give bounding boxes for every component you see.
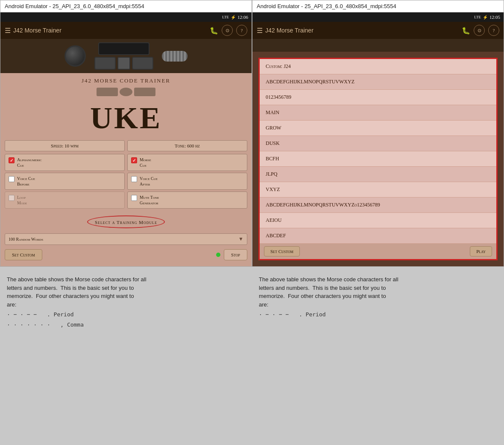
left-emulator: Android Emulator - 25_API_23_6.0_480x854…: [0, 0, 252, 267]
voice-cue-before-item[interactable]: Voice CueBefore: [5, 173, 125, 190]
morse-knob-left: [64, 45, 86, 67]
right-morse-sample: · − · − − . Period: [259, 310, 497, 319]
voice-cue-after-label: Voice CueAfter: [140, 176, 158, 187]
left-circle-icon[interactable]: ⊙: [222, 25, 233, 36]
select-module-container[interactable]: Select a Training Module: [87, 213, 165, 231]
speed-button[interactable]: Speed: 10 wpm: [5, 140, 125, 151]
checkbox-row-1: ✓ Alphanumeric Cue ✓ MorseCue: [5, 154, 247, 171]
voice-cue-before-checkbox[interactable]: [9, 176, 15, 182]
right-battery-icon: ⚡: [483, 15, 488, 20]
loop-mode-label: LoopMode: [17, 195, 27, 206]
right-help-icon[interactable]: ?: [488, 25, 499, 36]
right-bottom-text: The above table shows the Morse code cha…: [252, 271, 504, 333]
morse-bar-small-1: [94, 57, 116, 70]
right-emulator-title: Android Emulator - 25_API_23_6.0_480x854…: [252, 0, 504, 12]
right-bug-icon[interactable]: 🐛: [462, 27, 470, 35]
left-app-bar-icons: 🐛 ⊙ ?: [210, 25, 247, 36]
list-item-jlpq[interactable]: JLPQ: [260, 167, 496, 182]
voice-cue-after-checkbox[interactable]: [131, 176, 137, 182]
list-scroll-area[interactable]: Custom: J24 ABCDEFGHIJKLMNOPQRSTUVWXYZ 0…: [260, 59, 496, 244]
stop-area: Stop: [216, 249, 247, 260]
right-sim-icon: LTE: [474, 15, 481, 19]
morse-cue-label: MorseCue: [140, 157, 151, 168]
voice-cue-after-item[interactable]: Voice CueAfter: [127, 173, 247, 190]
dropdown-arrow-icon: ▼: [238, 236, 243, 242]
left-morse-sample: · − · − − . Period: [7, 310, 245, 319]
morse-oval: [117, 57, 130, 70]
list-item-dusk[interactable]: DUSK: [260, 136, 496, 151]
alphanumeric-cue-label: Alphanumeric Cue: [17, 157, 42, 168]
list-item-custom-j24[interactable]: Custom: J24: [260, 59, 496, 74]
check-mark-2: ✓: [132, 158, 136, 163]
morse-bar-main: [98, 42, 149, 55]
left-bug-icon[interactable]: 🐛: [210, 27, 218, 35]
trainer-main: J42 Morse Code Trainer UKE Speed: 10 wpm…: [0, 73, 252, 266]
checkbox-row-2: Voice CueBefore Voice CueAfter: [5, 173, 247, 190]
uke-display: UKE: [90, 100, 162, 136]
mute-tone-checkbox[interactable]: [131, 195, 137, 201]
trainer-title: J42 Morse Code Trainer: [82, 77, 170, 84]
time-display: 12:06: [237, 15, 248, 20]
stop-button[interactable]: Stop: [224, 249, 247, 260]
alphanumeric-cue-item[interactable]: ✓ Alphanumeric Cue: [5, 154, 125, 171]
speed-controls: [97, 88, 155, 96]
control-block-2: [120, 88, 132, 96]
left-status-bar: LTE ⚡ 12:06: [0, 12, 252, 22]
set-custom-button[interactable]: Set Custom: [5, 249, 42, 260]
list-item-full-alphanum[interactable]: ABCDEFGHIJKLMNOPQRSTUVWXYZo123456789: [260, 197, 496, 213]
right-app-bar: ☰ J42 Morse Trainer 🐛 ⊙ ?: [252, 22, 504, 39]
bottom-text-row: The above table shows the Morse code cha…: [0, 267, 504, 333]
morse-cue-checkbox[interactable]: ✓: [131, 157, 137, 163]
morse-cue-item[interactable]: ✓ MorseCue: [127, 154, 247, 171]
list-item-vxyz[interactable]: VXYZ: [260, 182, 496, 197]
right-device-top: [252, 39, 504, 52]
control-block-1: [97, 88, 118, 96]
list-item-main[interactable]: MAIN: [260, 105, 496, 121]
list-item-aeiou[interactable]: AEIOU: [260, 213, 496, 228]
mute-tone-item[interactable]: Mute ToneGenerator: [127, 192, 247, 209]
list-item-digits[interactable]: 0123456789: [260, 90, 496, 105]
right-description-text: The above table shows the Morse code cha…: [259, 275, 497, 309]
play-button[interactable]: Play: [470, 246, 492, 256]
left-morse-sample-2: · · · · · · · , Comma: [7, 321, 245, 329]
right-time-display: 12:05: [489, 15, 500, 20]
right-app-title: J42 Morse Trainer: [265, 27, 314, 34]
left-app-bar: ☰ J42 Morse Trainer 🐛 ⊙ ?: [0, 22, 252, 39]
right-status-icons: LTE ⚡ 12:05: [474, 15, 500, 20]
left-help-icon[interactable]: ?: [236, 25, 247, 36]
checkbox-row-3: LoopMode Mute ToneGenerator: [5, 192, 247, 209]
list-item-abcdef[interactable]: ABCDEF: [260, 228, 496, 244]
morse-coil: [162, 51, 188, 62]
select-module-label: Select a Training Module: [95, 220, 157, 225]
left-app-title: J42 Morse Trainer: [13, 27, 62, 34]
control-block-3: [134, 88, 155, 96]
tone-button[interactable]: Tone: 600 hz: [127, 140, 247, 151]
select-module-oval[interactable]: Select a Training Module: [87, 215, 165, 228]
left-emulator-title: Android Emulator - 25_API_23_6.0_480x854…: [0, 0, 252, 12]
left-status-icons: LTE ⚡ 12:06: [222, 15, 248, 20]
mute-tone-label: Mute ToneGenerator: [140, 195, 159, 206]
left-description-text: The above table shows the Morse code cha…: [7, 275, 245, 309]
dropdown-row[interactable]: 100 Random Words ▼: [5, 233, 247, 245]
sim-icon: LTE: [222, 15, 229, 19]
list-container-bg: Custom: J24 ABCDEFGHIJKLMNOPQRSTUVWXYZ 0…: [252, 52, 504, 266]
left-bottom-text: The above table shows the Morse code cha…: [0, 271, 252, 333]
right-status-bar: LTE ⚡ 12:05: [252, 12, 504, 22]
green-indicator: [216, 253, 220, 257]
list-item-grow[interactable]: GROW: [260, 121, 496, 136]
right-set-custom-button[interactable]: Set Custom: [264, 246, 300, 256]
loop-mode-item: LoopMode: [5, 192, 125, 209]
voice-cue-before-label: Voice CueBefore: [17, 176, 35, 187]
right-app-bar-icons: 🐛 ⊙ ?: [462, 25, 499, 36]
dropdown-text: 100 Random Words: [9, 237, 238, 242]
list-item-abcdef-full[interactable]: ABCDEFGHIJKLMNOPQRSTUVWXYZ: [260, 74, 496, 90]
settings-row: Speed: 10 wpm Tone: 600 hz: [5, 140, 247, 151]
battery-icon: ⚡: [231, 15, 236, 20]
check-mark: ✓: [10, 158, 13, 163]
loop-mode-checkbox: [9, 195, 15, 201]
right-circle-icon[interactable]: ⊙: [474, 25, 485, 36]
list-item-bcfh[interactable]: BCFH: [260, 151, 496, 167]
bottom-action-bar: Set Custom Stop: [5, 248, 247, 262]
alphanumeric-cue-checkbox[interactable]: ✓: [9, 157, 15, 163]
right-emulator: Android Emulator - 25_API_23_6.0_480x854…: [252, 0, 504, 267]
